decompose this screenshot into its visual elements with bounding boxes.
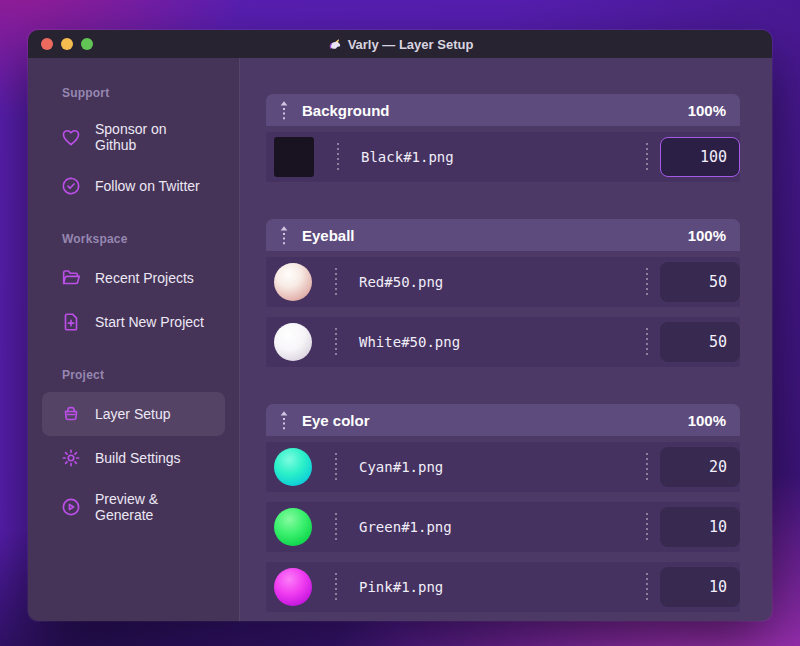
sidebar-item-build-settings[interactable]: Build Settings xyxy=(42,436,225,480)
traffic-lights xyxy=(41,30,93,58)
play-circle-icon xyxy=(60,496,82,518)
layers-panel[interactable]: Background 100% Black#1.png xyxy=(240,58,772,621)
layer-filename: White#50.png xyxy=(359,334,646,350)
drag-handle-icon[interactable] xyxy=(278,409,290,431)
layer-group-percent: 100% xyxy=(688,227,726,244)
layer-thumbnail xyxy=(274,568,312,606)
app-window: Varly — Layer Setup Support Sponsor on G… xyxy=(28,30,772,621)
window-title-text: Varly — Layer Setup xyxy=(348,37,474,52)
layer-group-header: Background 100% xyxy=(266,94,740,126)
zoom-button[interactable] xyxy=(81,38,93,50)
layer-group-eyeball: Eyeball 100% Red#50.png White#50.png xyxy=(266,219,740,367)
verified-badge-icon xyxy=(60,175,82,197)
layer-filename: Black#1.png xyxy=(361,149,646,165)
sidebar-item-follow-on-twitter[interactable]: Follow on Twitter xyxy=(42,164,225,208)
minimize-button[interactable] xyxy=(61,38,73,50)
sidebar-item-label: Follow on Twitter xyxy=(95,178,200,194)
layer-filename: Red#50.png xyxy=(359,274,646,290)
sidebar-item-label: Start New Project xyxy=(95,314,204,330)
sidebar: Support Sponsor on Github Follow on Twit… xyxy=(28,58,240,621)
layer-thumbnail xyxy=(274,323,312,361)
sidebar-item-recent-projects[interactable]: Recent Projects xyxy=(42,256,225,300)
layer-weight-input[interactable] xyxy=(660,447,740,487)
sidebar-item-layer-setup[interactable]: Layer Setup xyxy=(42,392,225,436)
layer-filename: Cyan#1.png xyxy=(359,459,646,475)
layer-group-header: Eyeball 100% xyxy=(266,219,740,251)
dotted-divider xyxy=(646,573,648,601)
layer-group-header: Eye color 100% xyxy=(266,404,740,436)
dotted-divider xyxy=(335,453,337,481)
gear-icon xyxy=(60,447,82,469)
layer-weight-input[interactable] xyxy=(660,507,740,547)
layer-group-percent: 100% xyxy=(688,412,726,429)
dotted-divider xyxy=(646,328,648,356)
layer-weight-input[interactable] xyxy=(660,262,740,302)
dotted-divider xyxy=(335,573,337,601)
layer-weight-input[interactable] xyxy=(660,567,740,607)
dotted-divider xyxy=(646,453,648,481)
heart-icon xyxy=(60,126,82,148)
file-plus-icon xyxy=(60,311,82,333)
layer-row: Red#50.png xyxy=(266,257,740,307)
sidebar-item-label: Recent Projects xyxy=(95,270,194,286)
sidebar-section-support: Support xyxy=(42,86,225,100)
layer-row: Pink#1.png xyxy=(266,562,740,612)
sidebar-item-label: Layer Setup xyxy=(95,406,171,422)
window-title: Varly — Layer Setup xyxy=(327,37,474,52)
sidebar-item-label: Preview & Generate xyxy=(95,491,207,523)
sidebar-item-label: Sponsor on Github xyxy=(95,121,207,153)
layer-weight-input[interactable] xyxy=(660,322,740,362)
layer-filename: Pink#1.png xyxy=(359,579,646,595)
dotted-divider xyxy=(335,328,337,356)
layer-thumbnail xyxy=(274,263,312,301)
layer-group-eye-color: Eye color 100% Cyan#1.png Green#1.png xyxy=(266,404,740,612)
layer-row: Black#1.png xyxy=(266,132,740,182)
close-button[interactable] xyxy=(41,38,53,50)
layer-row: Green#1.png xyxy=(266,502,740,552)
sidebar-section-workspace: Workspace xyxy=(42,232,225,246)
folder-icon xyxy=(60,267,82,289)
unicorn-icon xyxy=(327,37,342,52)
sidebar-section-project: Project xyxy=(42,368,225,382)
app-body: Support Sponsor on Github Follow on Twit… xyxy=(28,58,772,621)
titlebar: Varly — Layer Setup xyxy=(28,30,772,58)
dotted-divider xyxy=(335,513,337,541)
layer-thumbnail xyxy=(274,448,312,486)
sidebar-item-label: Build Settings xyxy=(95,450,181,466)
drag-handle-icon[interactable] xyxy=(278,224,290,246)
dotted-divider xyxy=(337,143,339,171)
layer-filename: Green#1.png xyxy=(359,519,646,535)
dotted-divider xyxy=(646,513,648,541)
layer-row: Cyan#1.png xyxy=(266,442,740,492)
layer-thumbnail xyxy=(274,137,314,177)
dotted-divider xyxy=(646,143,648,171)
layer-group-title: Background xyxy=(302,102,688,119)
layer-group-percent: 100% xyxy=(688,102,726,119)
layer-group-background: Background 100% Black#1.png xyxy=(266,94,740,182)
sidebar-item-sponsor-on-github[interactable]: Sponsor on Github xyxy=(42,110,225,164)
layer-box-icon xyxy=(60,403,82,425)
dotted-divider xyxy=(335,268,337,296)
dotted-divider xyxy=(646,268,648,296)
layer-thumbnail xyxy=(274,508,312,546)
drag-handle-icon[interactable] xyxy=(278,99,290,121)
layer-group-title: Eyeball xyxy=(302,227,688,244)
sidebar-item-preview-generate[interactable]: Preview & Generate xyxy=(42,480,225,534)
layer-row: White#50.png xyxy=(266,317,740,367)
layer-weight-input[interactable] xyxy=(660,137,740,177)
layer-group-title: Eye color xyxy=(302,412,688,429)
sidebar-item-start-new-project[interactable]: Start New Project xyxy=(42,300,225,344)
